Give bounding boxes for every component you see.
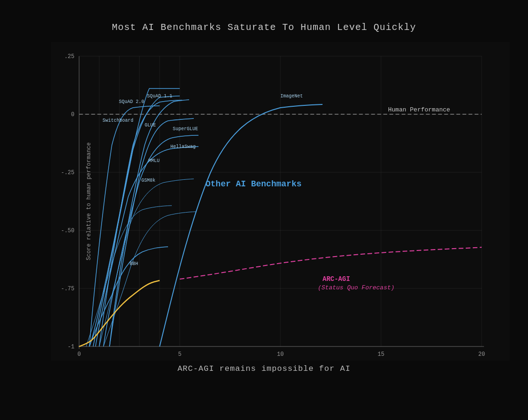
chart-title: Most AI Benchmarks Saturate To Human Lev… (112, 22, 416, 33)
svg-text:-.50: -.50 (61, 228, 74, 234)
superglue-label: SuperGLUE (173, 126, 198, 132)
arc-forecast-label2: (Status Quo Forecast) (318, 284, 395, 291)
switchboard-label: Switchboard (103, 118, 133, 123)
chart-svg: .25 0 -.25 -.50 -.75 -1 0 5 10 15 20 Hum… (51, 42, 510, 361)
chart-subtitle: ARC-AGI remains impossible for AI (177, 364, 351, 373)
svg-text:15: 15 (378, 351, 384, 358)
svg-text:10: 10 (277, 351, 284, 358)
svg-text:0: 0 (77, 351, 81, 358)
glue-label: GLUE (145, 123, 156, 128)
squad1-label: SQuAD 1.1 (147, 94, 172, 99)
svg-text:5: 5 (178, 351, 181, 358)
arc-forecast-label1: ARC-AGI (323, 275, 350, 283)
y-axis-label: Score relative to human performance (86, 142, 92, 260)
svg-text:20: 20 (478, 351, 485, 358)
imagenet-label: ImageNet (280, 94, 303, 99)
svg-text:-.25: -.25 (61, 169, 74, 176)
hellaswag-label: HellaSwag (170, 144, 196, 149)
bbh-label: BBH (130, 261, 138, 266)
svg-text:0: 0 (71, 111, 74, 118)
svg-text:-1: -1 (68, 344, 74, 350)
squad2-label: SQuAD 2.0 (119, 99, 144, 104)
mmlu-label: MMLU (148, 158, 160, 163)
human-performance-label: Human Performance (388, 106, 450, 113)
svg-text:-.75: -.75 (61, 286, 74, 292)
gsm8k-label: GSM8k (141, 178, 155, 183)
svg-text:.25: .25 (64, 53, 74, 60)
chart-container: Most AI Benchmarks Saturate To Human Lev… (16, 18, 512, 402)
other-benchmarks-label: Other AI Benchmarks (205, 179, 301, 189)
